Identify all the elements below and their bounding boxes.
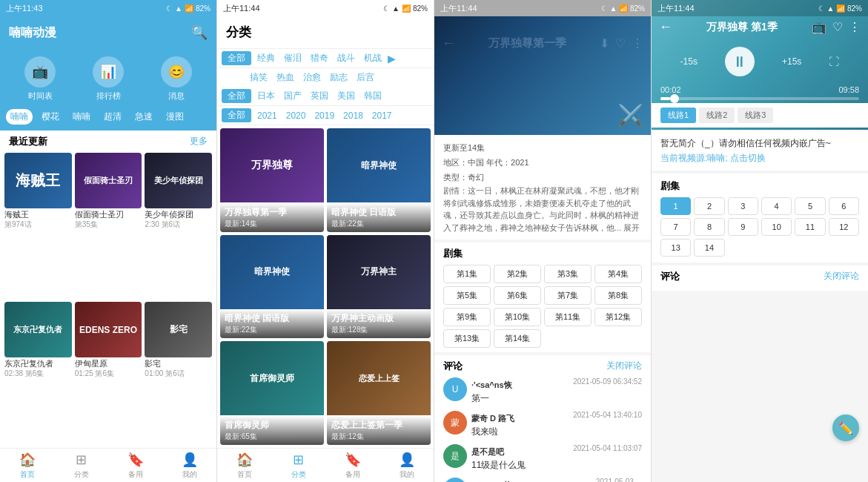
fab-button[interactable]: ✏️ bbox=[832, 415, 859, 441]
episode-btn[interactable]: 第13集 bbox=[443, 329, 491, 348]
region-all-btn[interactable]: 全部 bbox=[222, 89, 251, 103]
genre-hot[interactable]: 热血 bbox=[274, 70, 297, 85]
tab-yinghua[interactable]: 樱花 bbox=[37, 109, 64, 125]
region-japan[interactable]: 日本 bbox=[254, 89, 278, 103]
episode-btn[interactable]: 10 bbox=[761, 218, 792, 236]
episode-btn[interactable]: 第3集 bbox=[544, 265, 592, 283]
genre-all-btn[interactable]: 全部 bbox=[222, 51, 251, 65]
year-all-btn[interactable]: 全部 bbox=[222, 108, 251, 122]
genre-heal[interactable]: 治愈 bbox=[300, 70, 324, 85]
episode-btn[interactable]: 第1集 bbox=[443, 265, 491, 283]
list-item[interactable]: 假面骑士圣刃 假面骑士圣刃 第35集 bbox=[75, 153, 142, 299]
episode-btn-active[interactable]: 1 bbox=[660, 197, 691, 215]
episode-btn[interactable]: 第14集 bbox=[494, 329, 541, 348]
episode-btn[interactable]: 第12集 bbox=[594, 308, 642, 326]
genre-more-icon[interactable]: ▶ bbox=[388, 53, 396, 65]
genre-tear[interactable]: 催泪 bbox=[281, 51, 305, 65]
server-2-btn[interactable]: 线路2 bbox=[699, 108, 735, 123]
close-comments-btn[interactable]: 关闭评论 bbox=[606, 360, 642, 373]
progress-bar[interactable] bbox=[660, 97, 859, 100]
genre-inspire[interactable]: 励志 bbox=[327, 70, 351, 85]
skip-back-btn[interactable]: -15s bbox=[680, 56, 698, 67]
nav-category-2[interactable]: ⊞ 分类 bbox=[271, 449, 325, 482]
player-back-button[interactable]: ← bbox=[659, 19, 672, 35]
tv-icon[interactable]: 📺 bbox=[812, 20, 826, 34]
episode-btn[interactable]: 8 bbox=[694, 218, 724, 236]
tab-fast[interactable]: 急速 bbox=[130, 109, 157, 125]
region-uk[interactable]: 英国 bbox=[308, 89, 331, 103]
region-china[interactable]: 国产 bbox=[281, 89, 305, 103]
year-2017[interactable]: 2017 bbox=[369, 110, 395, 122]
tab-nannan[interactable]: 喃喃 bbox=[6, 109, 33, 125]
search-icon[interactable]: 🔍 bbox=[191, 24, 208, 41]
episode-btn[interactable]: 3 bbox=[728, 197, 758, 215]
genre-mech[interactable]: 机战 bbox=[361, 51, 385, 65]
genre-harem[interactable]: 后宫 bbox=[354, 70, 377, 85]
server-3-btn[interactable]: 线路3 bbox=[738, 108, 773, 123]
episode-btn[interactable]: 14 bbox=[694, 239, 724, 257]
tab-ultra[interactable]: 超清 bbox=[99, 109, 126, 125]
nav-backup-2[interactable]: 🔖 备用 bbox=[325, 449, 380, 482]
list-item[interactable]: 海贼王 海贼王 第974话 bbox=[4, 153, 72, 299]
genre-classic[interactable]: 经典 bbox=[254, 51, 278, 65]
list-item[interactable]: 美少年侦探团 美少年侦探团 2:30 第6话 bbox=[145, 153, 212, 299]
episode-btn[interactable]: 9 bbox=[728, 218, 758, 236]
episode-btn[interactable]: 第9集 bbox=[443, 308, 491, 326]
player-more-icon[interactable]: ⋮ bbox=[849, 20, 861, 34]
episode-btn[interactable]: 6 bbox=[829, 197, 859, 215]
episode-btn[interactable]: 第4集 bbox=[594, 265, 642, 283]
episode-btn[interactable]: 第5集 bbox=[443, 286, 491, 305]
list-item[interactable]: 东京卍复仇者 东京卍复仇者 02:38 第6集 bbox=[4, 302, 72, 448]
episode-btn[interactable]: 13 bbox=[660, 239, 691, 257]
episode-btn[interactable]: 7 bbox=[660, 218, 691, 236]
genre-strange[interactable]: 猎奇 bbox=[308, 51, 331, 65]
episode-btn[interactable]: 第8集 bbox=[594, 286, 642, 305]
ranking-icon-item[interactable]: 📊 排行榜 bbox=[77, 56, 139, 102]
year-2020[interactable]: 2020 bbox=[283, 110, 309, 122]
episode-btn[interactable]: 4 bbox=[761, 197, 792, 215]
tab-comic[interactable]: 漫图 bbox=[162, 109, 188, 125]
nav-profile-2[interactable]: 👤 我的 bbox=[380, 449, 434, 482]
skip-forward-btn[interactable]: +15s bbox=[782, 56, 801, 67]
list-item[interactable]: EDENS ZERO 伊甸星原 01:25 第6集 bbox=[75, 302, 142, 448]
source-switch-link[interactable]: 当前视频源:喃喃; 点击切换 bbox=[660, 153, 766, 163]
tab-nannan2[interactable]: 喃喃 bbox=[68, 109, 95, 125]
region-korea[interactable]: 韩国 bbox=[361, 89, 385, 103]
schedule-icon-item[interactable]: 📺 时间表 bbox=[9, 56, 71, 102]
list-item[interactable]: 恋爱上上签 恋爱上上签第一季 最新:12集 bbox=[327, 341, 431, 445]
genre-fight[interactable]: 战斗 bbox=[334, 51, 358, 65]
region-us[interactable]: 美国 bbox=[334, 89, 358, 103]
comment-item: 是 是不是吧 2021-05-04 11:03:07 11级是什么鬼 bbox=[443, 444, 642, 472]
nav-home[interactable]: 🏠 首页 bbox=[0, 449, 54, 482]
server-1-btn[interactable]: 线路1 bbox=[660, 108, 696, 123]
episode-btn[interactable]: 12 bbox=[829, 218, 859, 236]
year-2018[interactable]: 2018 bbox=[340, 110, 366, 122]
nav-category[interactable]: ⊞ 分类 bbox=[54, 449, 108, 482]
list-item[interactable]: 暗界神使 暗界神使 国语版 最新:22集 bbox=[220, 235, 324, 339]
list-item[interactable]: 万界独尊 万界独尊第一季 最新:14集 bbox=[220, 128, 324, 232]
episode-btn[interactable]: 第7集 bbox=[544, 286, 592, 305]
fullscreen-icon[interactable]: ⛶ bbox=[829, 56, 839, 67]
year-2021[interactable]: 2021 bbox=[254, 110, 280, 122]
episode-btn[interactable]: 2 bbox=[694, 197, 724, 215]
year-2019[interactable]: 2019 bbox=[311, 110, 337, 122]
nav-backup[interactable]: 🔖 备用 bbox=[108, 449, 162, 482]
more-button[interactable]: 更多 bbox=[190, 135, 208, 148]
list-item[interactable]: 影宅 影宅 01:00 第6话 bbox=[145, 302, 212, 448]
episode-btn[interactable]: 第6集 bbox=[494, 286, 541, 305]
episode-btn[interactable]: 第11集 bbox=[544, 308, 592, 326]
player-favorite-icon[interactable]: ♡ bbox=[832, 20, 843, 34]
episode-btn[interactable]: 第10集 bbox=[494, 308, 541, 326]
list-item[interactable]: 首席御灵师 首席御灵师 最新:65集 bbox=[220, 341, 324, 445]
episode-btn[interactable]: 11 bbox=[795, 218, 825, 236]
list-item[interactable]: 万界神主 万界神主动画版 最新:128集 bbox=[327, 235, 431, 339]
message-icon-item[interactable]: 😊 消息 bbox=[145, 56, 208, 102]
list-item[interactable]: 暗界神使 暗界神使 日语版 最新:22集 bbox=[327, 128, 431, 232]
nav-profile[interactable]: 👤 我的 bbox=[162, 449, 216, 482]
episode-btn[interactable]: 第2集 bbox=[494, 265, 541, 283]
genre-funny[interactable]: 搞笑 bbox=[247, 70, 271, 85]
player-close-comments-btn[interactable]: 关闭评论 bbox=[824, 270, 859, 283]
play-pause-button[interactable]: ⏸ bbox=[725, 47, 755, 76]
nav-home-2[interactable]: 🏠 首页 bbox=[217, 449, 271, 482]
episode-btn[interactable]: 5 bbox=[795, 197, 825, 215]
